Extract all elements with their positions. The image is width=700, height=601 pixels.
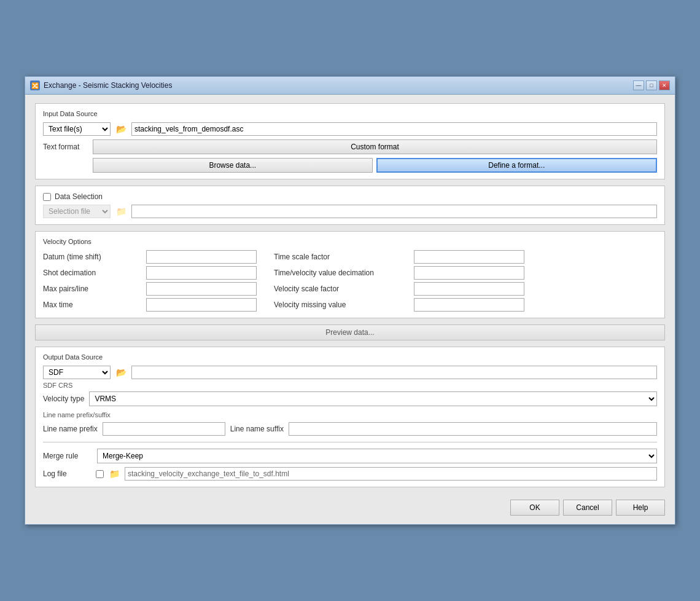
- window-title: Exchange - Seismic Stacking Velocities: [44, 81, 172, 90]
- selection-file-row: Selection file 📁: [43, 205, 657, 218]
- bottom-divider: [43, 442, 657, 442]
- output-source-title: Output Data Source: [43, 353, 657, 361]
- custom-format-button[interactable]: Custom format: [93, 139, 657, 154]
- vel-scale-input[interactable]: [414, 282, 524, 296]
- log-file-path[interactable]: [125, 467, 657, 481]
- close-button[interactable]: ✕: [659, 81, 670, 90]
- datum-label: Datum (time shift): [43, 253, 141, 261]
- velocity-type-row: Velocity type VRMS: [43, 391, 657, 406]
- log-file-label: Log file: [43, 469, 92, 478]
- input-data-source-group: Input Data Source Text file(s) 📂 Text fo…: [35, 103, 665, 179]
- output-source-row: SDF 📂: [43, 366, 657, 379]
- max-pairs-label: Max pairs/line: [43, 285, 141, 293]
- text-format-label: Text format: [43, 143, 89, 151]
- line-prefix-label: Line name prefix: [43, 425, 98, 433]
- time-scale-label: Time scale factor: [274, 253, 409, 261]
- line-name-section: Line name prefix/suffix Line name prefix…: [43, 411, 657, 436]
- output-data-source-group: Output Data Source SDF 📂 SDF CRS Velocit…: [35, 347, 665, 487]
- output-file-path[interactable]: [131, 366, 657, 379]
- output-type-dropdown[interactable]: SDF: [43, 366, 111, 379]
- vel-missing-label: Velocity missing value: [274, 300, 409, 309]
- help-button[interactable]: Help: [616, 500, 665, 516]
- shot-dec-input[interactable]: [146, 266, 257, 280]
- title-bar: 🔀 Exchange - Seismic Stacking Velocities…: [25, 77, 675, 95]
- log-folder-icon[interactable]: 📁: [107, 467, 121, 481]
- max-time-label: Max time: [43, 300, 141, 309]
- line-suffix-label: Line name suffix: [230, 425, 284, 433]
- merge-rule-dropdown[interactable]: Merge-Keep: [97, 449, 657, 463]
- merge-rule-label: Merge rule: [43, 452, 92, 460]
- title-bar-left: 🔀 Exchange - Seismic Stacking Velocities: [30, 81, 172, 90]
- browse-data-button[interactable]: Browse data...: [93, 158, 373, 173]
- ok-button[interactable]: OK: [510, 500, 559, 516]
- merge-rule-row: Merge rule Merge-Keep: [43, 449, 657, 463]
- velocity-type-label: Velocity type: [43, 395, 84, 403]
- velocity-options-title: Velocity Options: [43, 238, 657, 245]
- minimize-button[interactable]: —: [633, 81, 644, 90]
- preview-button[interactable]: Preview data...: [35, 324, 665, 340]
- footer-row: OK Cancel Help: [35, 495, 665, 516]
- shot-dec-label: Shot decimation: [43, 269, 141, 277]
- data-selection-group: Data Selection Selection file 📁: [35, 186, 665, 225]
- input-source-title: Input Data Source: [43, 110, 657, 117]
- velocity-type-dropdown[interactable]: VRMS: [89, 391, 657, 406]
- max-time-input[interactable]: [146, 298, 257, 312]
- input-folder-icon[interactable]: 📂: [114, 122, 128, 136]
- selection-type-dropdown[interactable]: Selection file: [43, 205, 111, 218]
- max-pairs-input[interactable]: [146, 282, 257, 296]
- line-name-row: Line name prefix Line name suffix: [43, 422, 657, 436]
- main-content: Input Data Source Text file(s) 📂 Text fo…: [25, 95, 675, 524]
- line-suffix-input[interactable]: [289, 422, 657, 436]
- line-name-section-title: Line name prefix/suffix: [43, 411, 657, 418]
- main-window: 🔀 Exchange - Seismic Stacking Velocities…: [25, 76, 675, 525]
- window-icon: 🔀: [30, 81, 40, 90]
- datum-input[interactable]: [146, 250, 257, 264]
- vel-missing-input[interactable]: [414, 298, 524, 312]
- input-source-row: Text file(s) 📂: [43, 122, 657, 136]
- restore-button[interactable]: □: [646, 81, 657, 90]
- format-row: Text format Custom format: [43, 139, 657, 154]
- vel-scale-label: Velocity scale factor: [274, 285, 409, 293]
- velocity-grid: Datum (time shift) Time scale factor Sho…: [43, 250, 657, 312]
- velocity-options-group: Velocity Options Datum (time shift) Time…: [35, 231, 665, 318]
- source-type-dropdown[interactable]: Text file(s): [43, 122, 111, 136]
- title-controls: — □ ✕: [633, 81, 670, 90]
- time-vel-label: Time/velocity value decimation: [274, 269, 409, 277]
- selection-file-path: [131, 205, 657, 218]
- data-selection-checkbox-row: Data Selection: [43, 192, 657, 201]
- cancel-button[interactable]: Cancel: [563, 500, 612, 516]
- log-file-checkbox[interactable]: [96, 470, 104, 478]
- output-folder-icon[interactable]: 📂: [114, 366, 128, 379]
- time-scale-input[interactable]: [414, 250, 524, 264]
- line-prefix-input[interactable]: [103, 422, 225, 436]
- data-selection-label: Data Selection: [55, 192, 103, 201]
- time-vel-input[interactable]: [414, 266, 524, 280]
- define-format-button[interactable]: Define a format...: [376, 158, 658, 173]
- log-file-row: Log file 📁: [43, 467, 657, 481]
- sdf-crs-label: SDF CRS: [43, 382, 657, 389]
- data-selection-checkbox[interactable]: [43, 193, 51, 201]
- selection-folder-icon: 📁: [114, 205, 128, 218]
- browse-define-row: placeholder Browse data... Define a form…: [43, 158, 657, 173]
- input-file-path[interactable]: [131, 122, 657, 136]
